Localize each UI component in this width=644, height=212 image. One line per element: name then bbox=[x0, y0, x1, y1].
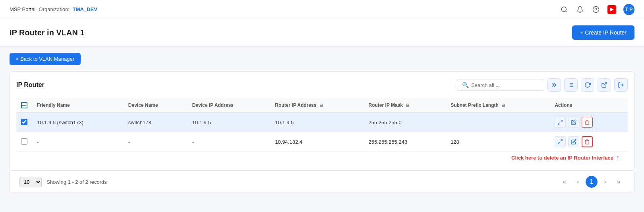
svg-line-13 bbox=[561, 120, 563, 122]
row2-device-name: - bbox=[124, 132, 188, 152]
row1-actions bbox=[550, 113, 628, 132]
row2-delete-button[interactable] bbox=[582, 136, 593, 147]
row2-device-ip: - bbox=[188, 132, 271, 152]
search-box: 🔍 bbox=[457, 79, 544, 91]
row1-action-buttons bbox=[555, 117, 623, 128]
router-mask-filter-icon[interactable]: ⊟ bbox=[406, 103, 409, 108]
svg-line-1 bbox=[565, 11, 567, 12]
annotation-row: Click here to delete an IP Router Interf… bbox=[16, 152, 628, 164]
header-checkbox-cell bbox=[16, 98, 32, 113]
external-link-button[interactable] bbox=[598, 78, 611, 92]
table-title: IP Router bbox=[16, 81, 44, 89]
header-friendly-name: Friendly Name bbox=[32, 98, 124, 113]
columns-button[interactable] bbox=[564, 78, 578, 92]
table-head: Friendly Name Device Name Device IP Addr… bbox=[16, 98, 628, 113]
page-size-select[interactable]: 10 25 50 100 bbox=[19, 177, 42, 187]
export-button[interactable] bbox=[614, 78, 628, 92]
header-router-ip: Router IP Address ⊟ bbox=[270, 98, 364, 113]
row1-device-name: switch173 bbox=[124, 113, 188, 132]
row1-checkbox-cell[interactable] bbox=[16, 113, 32, 132]
search-input[interactable] bbox=[471, 82, 539, 88]
header-router-mask: Router IP Mask ⊟ bbox=[364, 98, 446, 113]
table-body: 10.1.9.5 (switch173) switch173 10.1.9.5 … bbox=[16, 113, 628, 164]
svg-line-11 bbox=[604, 83, 607, 85]
table-footer: 10 25 50 100 Showing 1 - 2 of 2 records … bbox=[10, 171, 634, 193]
row1-friendly-name: 10.1.9.5 (switch173) bbox=[32, 113, 124, 132]
subnet-prefix-filter-icon[interactable]: ⊟ bbox=[501, 103, 505, 108]
table-row: 10.1.9.5 (switch173) switch173 10.1.9.5 … bbox=[16, 113, 628, 132]
svg-line-16 bbox=[558, 142, 560, 144]
header-checkbox-minus[interactable] bbox=[21, 102, 27, 108]
app-name[interactable]: MSP Portal bbox=[10, 6, 36, 12]
org-name: TMA_DEV bbox=[73, 6, 97, 12]
row2-checkbox[interactable] bbox=[21, 138, 27, 145]
header-subnet-prefix: Subnet Prefix Length ⊟ bbox=[446, 98, 550, 113]
row2-router-ip: 10.94.182.4 bbox=[270, 132, 364, 152]
header-device-ip: Device IP Address bbox=[188, 98, 271, 113]
row1-subnet-prefix: - bbox=[446, 113, 550, 132]
last-page-button[interactable]: » bbox=[613, 176, 625, 188]
page-1-button[interactable]: 1 bbox=[586, 176, 598, 188]
row2-router-mask: 255.255.255.248 bbox=[364, 132, 446, 152]
page-header: IP Router in VLAN 1 + Create IP Router bbox=[0, 19, 644, 46]
pagination-controls: « ‹ 1 › » bbox=[559, 176, 625, 188]
ip-router-table-section: IP Router 🔍 bbox=[10, 71, 634, 171]
annotation-arrow: ↑ bbox=[616, 153, 620, 162]
annotation-text: Click here to delete an IP Router Interf… bbox=[511, 155, 613, 161]
row1-edit-button[interactable] bbox=[568, 117, 579, 128]
row1-expand-button[interactable] bbox=[555, 117, 566, 128]
ip-router-table: Friendly Name Device Name Device IP Addr… bbox=[16, 98, 628, 164]
org-label: Organization: bbox=[39, 6, 70, 12]
records-info: Showing 1 - 2 of 2 records bbox=[46, 179, 107, 185]
table-header: IP Router 🔍 bbox=[16, 78, 628, 92]
nav-right: ▶ T P bbox=[560, 4, 634, 15]
back-area: < Back to VLAN Manager bbox=[0, 46, 644, 71]
row1-delete-button[interactable] bbox=[582, 117, 593, 128]
refresh-button[interactable] bbox=[581, 78, 594, 92]
row1-device-ip: 10.1.9.5 bbox=[188, 113, 271, 132]
table-controls: 🔍 bbox=[457, 78, 628, 92]
table-row: - - - 10.94.182.4 255.255.255.248 128 bbox=[16, 132, 628, 152]
user-avatar[interactable]: T P bbox=[623, 4, 634, 15]
svg-point-0 bbox=[561, 7, 566, 12]
nav-left: MSP Portal Organization: TMA_DEV bbox=[10, 6, 97, 12]
row2-action-buttons bbox=[555, 136, 623, 147]
first-page-button[interactable]: « bbox=[559, 176, 571, 188]
top-navigation: MSP Portal Organization: TMA_DEV ▶ T P bbox=[0, 0, 644, 19]
row1-router-ip: 10.1.9.5 bbox=[270, 113, 364, 132]
row2-checkbox-cell[interactable] bbox=[16, 132, 32, 152]
router-ip-filter-icon[interactable]: ⊟ bbox=[319, 103, 323, 108]
page-title: IP Router in VLAN 1 bbox=[10, 28, 85, 37]
row1-router-mask: 255.255.255.0 bbox=[364, 113, 446, 132]
next-page-button[interactable]: › bbox=[599, 176, 611, 188]
search-icon[interactable] bbox=[560, 5, 569, 14]
row2-friendly-name: - bbox=[32, 132, 124, 152]
svg-line-15 bbox=[561, 140, 563, 141]
prev-page-button[interactable]: ‹ bbox=[572, 176, 584, 188]
row1-checkbox[interactable] bbox=[21, 119, 27, 125]
page-size-selector: 10 25 50 100 bbox=[19, 177, 42, 187]
header-actions: Actions bbox=[550, 98, 628, 113]
header-device-name: Device Name bbox=[124, 98, 188, 113]
expand-columns-button[interactable] bbox=[547, 78, 561, 92]
row2-subnet-prefix: 128 bbox=[446, 132, 550, 152]
row2-actions bbox=[550, 132, 628, 152]
back-button[interactable]: < Back to VLAN Manager bbox=[10, 53, 81, 65]
row2-expand-button[interactable] bbox=[555, 136, 566, 147]
row2-edit-button[interactable] bbox=[568, 136, 579, 147]
svg-line-14 bbox=[558, 123, 560, 124]
search-icon-sm: 🔍 bbox=[462, 82, 469, 88]
youtube-icon[interactable]: ▶ bbox=[607, 5, 616, 14]
bell-icon[interactable] bbox=[576, 5, 584, 14]
table-header-row: Friendly Name Device Name Device IP Addr… bbox=[16, 98, 628, 113]
help-icon[interactable] bbox=[592, 5, 600, 14]
create-router-button[interactable]: + Create IP Router bbox=[572, 25, 634, 40]
